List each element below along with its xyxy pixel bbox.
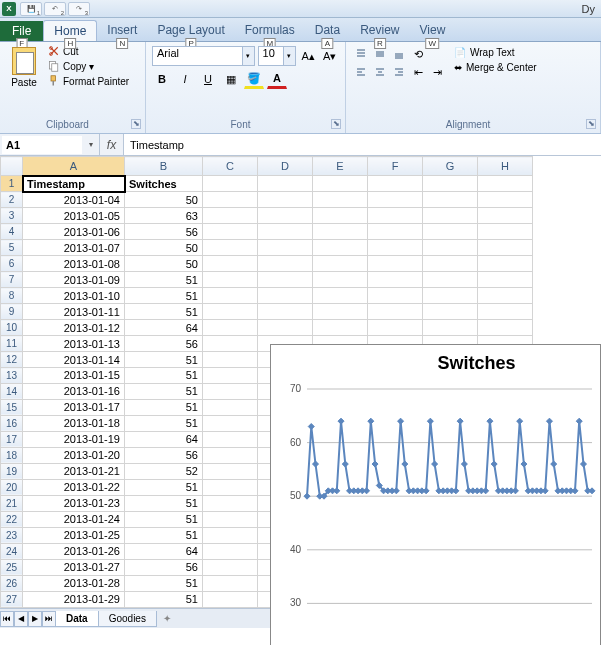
row-header-6[interactable]: 6 bbox=[1, 256, 23, 272]
underline-button[interactable]: U bbox=[198, 69, 218, 89]
tab-file[interactable]: File F bbox=[0, 21, 43, 41]
row-header-3[interactable]: 3 bbox=[1, 208, 23, 224]
cell-B13[interactable]: 51 bbox=[125, 368, 203, 384]
row-header-1[interactable]: 1 bbox=[1, 176, 23, 192]
cell-B12[interactable]: 51 bbox=[125, 352, 203, 368]
cell-A20[interactable]: 2013-01-22 bbox=[23, 479, 125, 495]
font-color-button[interactable]: A bbox=[267, 69, 287, 89]
cell-B16[interactable]: 51 bbox=[125, 415, 203, 431]
col-header-H[interactable]: H bbox=[478, 157, 533, 176]
tab-home[interactable]: HomeH bbox=[43, 20, 97, 41]
col-header-G[interactable]: G bbox=[423, 157, 478, 176]
wrap-text-button[interactable]: 📄Wrap Text bbox=[452, 46, 539, 59]
name-box-dropdown[interactable]: ▾ bbox=[84, 140, 98, 149]
cell-A4[interactable]: 2013-01-06 bbox=[23, 224, 125, 240]
cell-B15[interactable]: 51 bbox=[125, 399, 203, 415]
row-header-8[interactable]: 8 bbox=[1, 288, 23, 304]
cell-A21[interactable]: 2013-01-23 bbox=[23, 495, 125, 511]
orientation-button[interactable]: ⟲ bbox=[409, 46, 427, 62]
formula-input[interactable] bbox=[124, 134, 601, 155]
cell-A3[interactable]: 2013-01-05 bbox=[23, 208, 125, 224]
cell-A11[interactable]: 2013-01-13 bbox=[23, 336, 125, 352]
row-header-22[interactable]: 22 bbox=[1, 511, 23, 527]
row-header-24[interactable]: 24 bbox=[1, 543, 23, 559]
border-button[interactable]: ▦ bbox=[221, 69, 241, 89]
cell-B22[interactable]: 51 bbox=[125, 511, 203, 527]
cell-A26[interactable]: 2013-01-28 bbox=[23, 575, 125, 591]
italic-button[interactable]: I bbox=[175, 69, 195, 89]
cell-B7[interactable]: 51 bbox=[125, 272, 203, 288]
cell-B27[interactable]: 51 bbox=[125, 591, 203, 607]
col-header-B[interactable]: B bbox=[125, 157, 203, 176]
cell-A8[interactable]: 2013-01-10 bbox=[23, 288, 125, 304]
row-header-26[interactable]: 26 bbox=[1, 575, 23, 591]
cell-B17[interactable]: 64 bbox=[125, 431, 203, 447]
cell-A15[interactable]: 2013-01-17 bbox=[23, 399, 125, 415]
col-header-C[interactable]: C bbox=[203, 157, 258, 176]
cell-A9[interactable]: 2013-01-11 bbox=[23, 304, 125, 320]
cell-A10[interactable]: 2013-01-12 bbox=[23, 320, 125, 336]
row-header-25[interactable]: 25 bbox=[1, 559, 23, 575]
cell-B20[interactable]: 51 bbox=[125, 479, 203, 495]
font-name-combo[interactable]: Arial▾ bbox=[152, 46, 255, 66]
cell-B5[interactable]: 50 bbox=[125, 240, 203, 256]
col-header-D[interactable]: D bbox=[258, 157, 313, 176]
row-header-17[interactable]: 17 bbox=[1, 431, 23, 447]
cell-A24[interactable]: 2013-01-26 bbox=[23, 543, 125, 559]
cell-A1[interactable]: Timestamp bbox=[23, 176, 125, 192]
cell-B2[interactable]: 50 bbox=[125, 192, 203, 208]
qat-save[interactable]: 💾1 bbox=[20, 2, 42, 16]
clipboard-dialog-launcher[interactable]: ⬊ bbox=[131, 119, 141, 129]
cell-B1[interactable]: Switches bbox=[125, 176, 203, 192]
row-header-16[interactable]: 16 bbox=[1, 415, 23, 431]
row-header-27[interactable]: 27 bbox=[1, 591, 23, 607]
cell-A13[interactable]: 2013-01-15 bbox=[23, 368, 125, 384]
row-header-12[interactable]: 12 bbox=[1, 352, 23, 368]
cell-A14[interactable]: 2013-01-16 bbox=[23, 383, 125, 399]
cell-A19[interactable]: 2013-01-21 bbox=[23, 463, 125, 479]
row-header-11[interactable]: 11 bbox=[1, 336, 23, 352]
shrink-font-button[interactable]: A▾ bbox=[320, 46, 339, 66]
row-header-2[interactable]: 2 bbox=[1, 192, 23, 208]
cell-B19[interactable]: 52 bbox=[125, 463, 203, 479]
qat-redo[interactable]: ↷3 bbox=[68, 2, 90, 16]
cell-B18[interactable]: 56 bbox=[125, 447, 203, 463]
chart[interactable]: Switches2030405060702013-01-042013-02-04… bbox=[270, 344, 601, 645]
cell-B10[interactable]: 64 bbox=[125, 320, 203, 336]
sheet-nav-first[interactable]: ⏮ bbox=[0, 611, 14, 627]
row-header-21[interactable]: 21 bbox=[1, 495, 23, 511]
tab-view[interactable]: ViewW bbox=[410, 20, 456, 41]
cell-B14[interactable]: 51 bbox=[125, 383, 203, 399]
cell-B6[interactable]: 50 bbox=[125, 256, 203, 272]
tab-insert[interactable]: InsertN bbox=[97, 20, 147, 41]
cell-A12[interactable]: 2013-01-14 bbox=[23, 352, 125, 368]
select-all-corner[interactable] bbox=[1, 157, 23, 176]
cell-B21[interactable]: 51 bbox=[125, 495, 203, 511]
cell-B3[interactable]: 63 bbox=[125, 208, 203, 224]
row-header-10[interactable]: 10 bbox=[1, 320, 23, 336]
fx-icon[interactable]: fx bbox=[100, 134, 124, 155]
row-header-15[interactable]: 15 bbox=[1, 399, 23, 415]
align-bottom-button[interactable] bbox=[390, 46, 408, 62]
align-center-button[interactable] bbox=[371, 64, 389, 80]
align-top-button[interactable] bbox=[352, 46, 370, 62]
fill-color-button[interactable]: 🪣 bbox=[244, 69, 264, 89]
tab-page-layout[interactable]: Page LayoutP bbox=[147, 20, 234, 41]
format-painter-button[interactable]: Format Painter bbox=[46, 74, 131, 88]
cell-A27[interactable]: 2013-01-29 bbox=[23, 591, 125, 607]
decrease-indent-button[interactable]: ⇤ bbox=[409, 64, 427, 80]
tab-formulas[interactable]: FormulasM bbox=[235, 20, 305, 41]
cell-B23[interactable]: 51 bbox=[125, 527, 203, 543]
sheet-tab-goodies[interactable]: Goodies bbox=[98, 611, 157, 627]
increase-indent-button[interactable]: ⇥ bbox=[428, 64, 446, 80]
tab-data[interactable]: DataA bbox=[305, 20, 350, 41]
cell-A16[interactable]: 2013-01-18 bbox=[23, 415, 125, 431]
cell-B9[interactable]: 51 bbox=[125, 304, 203, 320]
cell-B24[interactable]: 64 bbox=[125, 543, 203, 559]
bold-button[interactable]: B bbox=[152, 69, 172, 89]
col-header-F[interactable]: F bbox=[368, 157, 423, 176]
merge-center-button[interactable]: ⬌Merge & Center bbox=[452, 61, 539, 74]
cell-A25[interactable]: 2013-01-27 bbox=[23, 559, 125, 575]
qat-undo[interactable]: ↶2 bbox=[44, 2, 66, 16]
cell-B26[interactable]: 51 bbox=[125, 575, 203, 591]
